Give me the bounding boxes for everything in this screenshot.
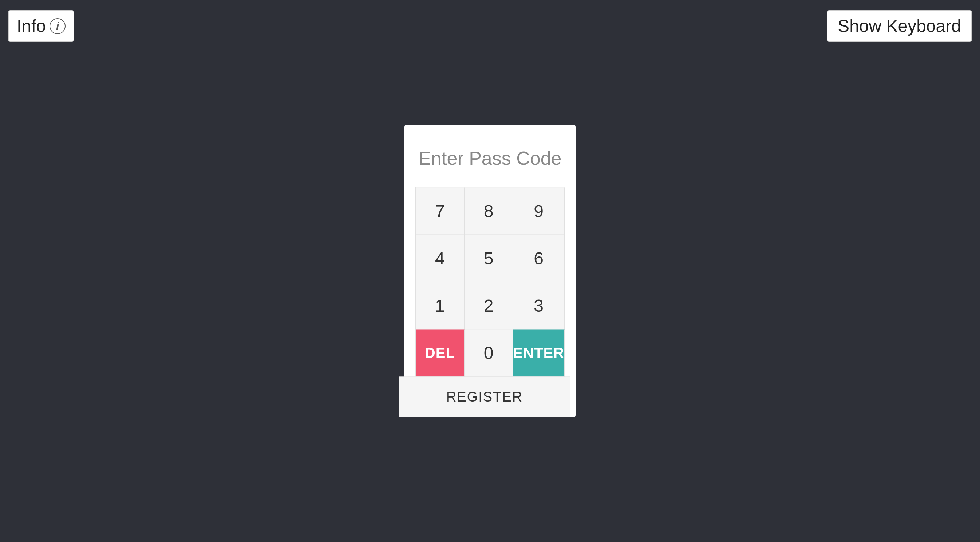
key-5[interactable]: 5 — [465, 235, 513, 282]
key-enter[interactable]: ENTER — [513, 330, 565, 377]
key-1[interactable]: 1 — [416, 282, 465, 330]
key-0[interactable]: 0 — [465, 330, 513, 377]
info-button[interactable]: Info i — [8, 10, 74, 42]
passcode-panel: Enter Pass Code 7 8 9 4 5 6 1 2 3 — [404, 125, 576, 417]
key-3[interactable]: 3 — [513, 282, 565, 330]
key-4[interactable]: 4 — [416, 235, 465, 282]
numpad-grid: 7 8 9 4 5 6 1 2 3 DEL — [415, 187, 565, 377]
key-9[interactable]: 9 — [513, 188, 565, 235]
show-keyboard-label: Show Keyboard — [838, 16, 961, 36]
register-button[interactable]: REGISTER — [399, 377, 570, 417]
register-label: REGISTER — [446, 389, 523, 404]
key-8[interactable]: 8 — [465, 188, 513, 235]
info-label: Info — [17, 16, 46, 36]
key-2[interactable]: 2 — [465, 282, 513, 330]
show-keyboard-button[interactable]: Show Keyboard — [827, 10, 972, 42]
key-7[interactable]: 7 — [416, 188, 465, 235]
info-icon: i — [49, 18, 65, 34]
panel-title: Enter Pass Code — [418, 147, 562, 169]
key-del[interactable]: DEL — [416, 330, 465, 377]
key-6[interactable]: 6 — [513, 235, 565, 282]
